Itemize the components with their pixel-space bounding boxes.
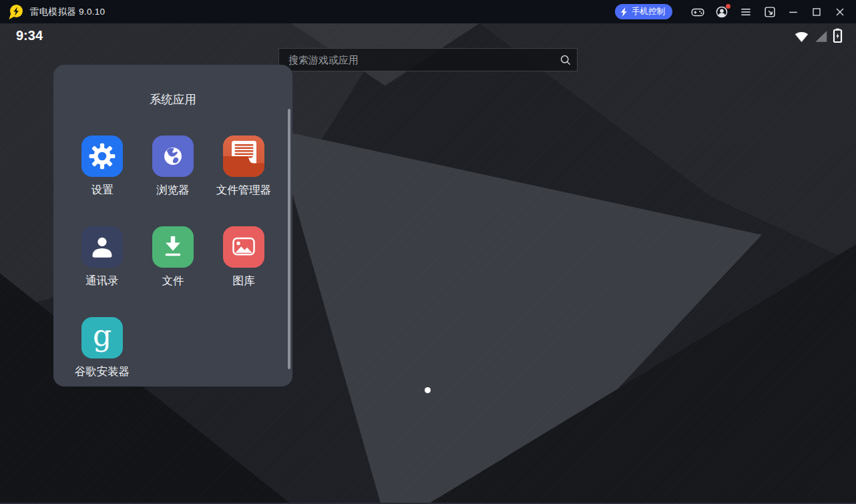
google-installer-glyph: g [93, 321, 112, 350]
browser-icon [152, 136, 194, 177]
app-label: 文件管理器 [216, 183, 272, 198]
signal-icon [814, 29, 828, 43]
app-label: 文件 [162, 274, 184, 288]
hamburger-menu-icon [739, 5, 753, 19]
search-input[interactable] [279, 49, 554, 71]
android-screen: 9:34 系统应用 [0, 23, 856, 504]
gamepad-button[interactable] [690, 4, 706, 20]
phone-control-button[interactable]: 手机控制 [615, 4, 672, 19]
app-label: 浏览器 [156, 183, 190, 198]
close-icon [833, 5, 847, 19]
contacts-icon [81, 226, 123, 268]
ldplayer-logo-icon [8, 3, 24, 21]
status-icons [794, 28, 843, 43]
gamepad-icon [690, 5, 705, 19]
wifi-icon [794, 29, 809, 43]
menu-button[interactable] [738, 4, 754, 20]
minimize-button[interactable] [785, 4, 801, 20]
lightning-icon [620, 7, 628, 17]
support-button[interactable] [714, 4, 730, 20]
app-label: 图库 [233, 274, 255, 288]
app-label: 设置 [91, 183, 114, 198]
maximize-icon [810, 5, 823, 19]
app-files[interactable]: 文件 [138, 226, 208, 317]
phone-control-label: 手机控制 [632, 6, 665, 17]
resize-button[interactable] [762, 4, 778, 20]
search-icon[interactable] [554, 53, 577, 67]
search-bar [278, 48, 578, 71]
app-google-installer[interactable]: g谷歌安装器 [67, 317, 138, 408]
gallery-icon [223, 226, 264, 268]
close-button[interactable] [832, 4, 848, 20]
folder-title: 系统应用 [53, 65, 292, 107]
app-contacts[interactable]: 通讯录 [67, 226, 138, 317]
minimize-icon [787, 5, 800, 19]
app-label: 谷歌安装器 [75, 364, 130, 379]
clock: 9:34 [16, 28, 43, 43]
notification-badge [726, 4, 730, 9]
titlebar: 雷电模拟器 9.0.10 手机控制 [0, 0, 856, 23]
folder-scrollbar[interactable] [288, 109, 290, 369]
app-settings[interactable]: 设置 [67, 136, 138, 226]
google-installer-icon: g [81, 317, 123, 358]
app-gallery[interactable]: 图库 [208, 226, 279, 317]
emulator-window: 雷电模拟器 9.0.10 手机控制 [0, 0, 856, 504]
maximize-button[interactable] [809, 4, 825, 20]
settings-icon [81, 136, 123, 177]
files-icon [152, 226, 194, 268]
folder-panel: 系统应用 设置 浏览器 文件管理器 通讯录 文件 图库g谷歌安装器 [53, 65, 292, 387]
resize-window-icon [763, 5, 777, 19]
page-indicator-dot [425, 387, 431, 393]
battery-charging-icon [833, 28, 843, 43]
app-grid: 设置 浏览器 文件管理器 通讯录 文件 图库g谷歌安装器 [67, 136, 279, 408]
app-file-manager[interactable]: 文件管理器 [208, 136, 279, 226]
app-browser[interactable]: 浏览器 [138, 136, 208, 226]
app-label: 通讯录 [85, 274, 119, 288]
file-manager-icon [223, 136, 264, 177]
window-title: 雷电模拟器 9.0.10 [30, 6, 105, 18]
